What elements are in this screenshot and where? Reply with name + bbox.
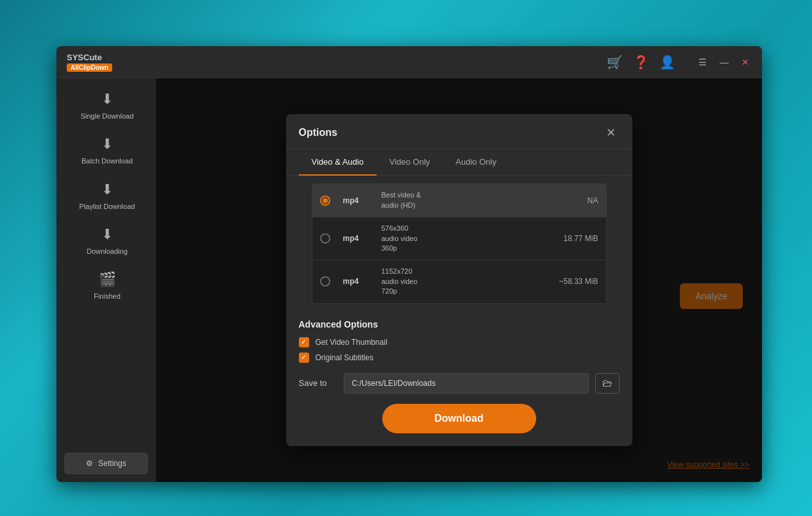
radio-button-1[interactable]: [320, 233, 330, 244]
format-table: mp4 Best video & audio (HD) NA mp4: [312, 183, 607, 303]
format-row[interactable]: mp4 576x360 audio video 360p 18.77 MiB: [312, 217, 606, 260]
checkmark-icon: ✓: [301, 338, 307, 346]
settings-label: Settings: [98, 459, 126, 468]
playlist-download-icon: ⬇: [101, 181, 113, 198]
format-size-0: NA: [521, 196, 598, 205]
sidebar-item-downloading[interactable]: ⬇ Downloading: [56, 219, 156, 263]
close-button[interactable]: ✕: [739, 54, 752, 70]
sidebar-bottom: ⚙ Settings: [56, 445, 156, 482]
tab-video-only[interactable]: Video Only: [376, 149, 443, 176]
format-type-1: mp4: [343, 234, 382, 243]
radio-inner: [323, 198, 328, 203]
checkbox-thumbnail: ✓ Get Video Thumbnail: [299, 337, 620, 347]
format-desc-2: 1152x720 audio video 720p: [382, 267, 521, 296]
sidebar-item-finished[interactable]: 🎬 Finished: [56, 263, 156, 308]
radio-button-0[interactable]: [320, 196, 330, 206]
checkbox-thumbnail-label: Get Video Thumbnail: [316, 338, 387, 347]
menu-button[interactable]: ☰: [696, 54, 709, 70]
format-desc-0: Best video & audio (HD): [382, 190, 521, 210]
format-table-wrapper: mp4 Best video & audio (HD) NA mp4: [286, 176, 632, 308]
sidebar-item-label: Finished: [94, 292, 121, 301]
window-controls: ☰ — ✕: [696, 54, 752, 70]
minimize-button[interactable]: —: [717, 54, 731, 70]
app-badge: AllClipDown: [67, 63, 112, 72]
format-type-0: mp4: [343, 196, 382, 205]
checkbox-subtitles-box[interactable]: ✓: [299, 353, 309, 363]
format-row[interactable]: mp4 Best video & audio (HD) NA: [312, 184, 606, 217]
sidebar-item-label: Downloading: [87, 247, 128, 256]
sidebar-item-single-download[interactable]: ⬇ Single Download: [56, 83, 156, 128]
sidebar-item-playlist-download[interactable]: ⬇ Playlist Download: [56, 174, 156, 219]
checkbox-thumbnail-box[interactable]: ✓: [299, 337, 309, 347]
advanced-options-section: Advanced Options ✓ Get Video Thumbnail ✓: [286, 309, 632, 373]
tab-audio-only[interactable]: Audio Only: [443, 149, 509, 176]
settings-icon: ⚙: [86, 459, 93, 468]
format-row[interactable]: mp4 1152x720 audio video 720p ~58.33 MiB: [312, 260, 606, 303]
single-download-icon: ⬇: [101, 91, 113, 108]
checkmark-icon: ✓: [301, 353, 307, 362]
modal-overlay: Options ✕ Video & Audio Video Only Audio…: [156, 78, 762, 482]
download-row: Download: [286, 404, 632, 446]
help-icon[interactable]: ❓: [633, 54, 649, 70]
sidebar-item-label: Single Download: [81, 112, 134, 121]
app-window: SYSCute AllClipDown 🛒 ❓ 👤 ☰ — ✕ ⬇ Single…: [56, 46, 762, 482]
sidebar-item-label: Batch Download: [81, 156, 133, 165]
format-type-2: mp4: [343, 277, 382, 286]
batch-download-icon: ⬇: [101, 136, 113, 153]
format-tabs: Video & Audio Video Only Audio Only: [286, 149, 632, 176]
title-icons: 🛒 ❓ 👤 ☰ — ✕: [607, 54, 752, 70]
sidebar-item-batch-download[interactable]: ⬇ Batch Download: [56, 128, 156, 173]
format-size-1: 18.77 MiB: [521, 234, 598, 243]
content-area: Analyze View supported sites >> Options …: [156, 78, 762, 482]
app-name: SYSCute: [67, 53, 102, 62]
settings-button[interactable]: ⚙ Settings: [64, 453, 148, 474]
advanced-options-title: Advanced Options: [299, 319, 620, 329]
checkbox-subtitles: ✓ Original Subtitles: [299, 353, 620, 363]
downloading-icon: ⬇: [101, 226, 113, 243]
radio-button-2[interactable]: [320, 276, 330, 287]
sidebar-item-label: Playlist Download: [80, 202, 135, 211]
main-layout: ⬇ Single Download ⬇ Batch Download ⬇ Pla…: [56, 78, 762, 482]
format-desc-1: 576x360 audio video 360p: [382, 224, 521, 253]
modal-title: Options: [299, 127, 337, 138]
modal-close-button[interactable]: ✕: [602, 124, 620, 141]
sidebar: ⬇ Single Download ⬇ Batch Download ⬇ Pla…: [56, 78, 156, 482]
finished-icon: 🎬: [99, 271, 116, 288]
modal-header: Options ✕: [286, 114, 632, 149]
save-to-label: Save to: [299, 378, 337, 388]
save-to-input[interactable]: [344, 373, 589, 394]
download-button[interactable]: Download: [382, 404, 536, 433]
user-icon[interactable]: 👤: [659, 54, 675, 70]
title-bar: SYSCute AllClipDown 🛒 ❓ 👤 ☰ — ✕: [56, 46, 762, 78]
tab-video-audio[interactable]: Video & Audio: [299, 149, 376, 176]
folder-browse-button[interactable]: 🗁: [595, 373, 620, 394]
checkbox-subtitles-label: Original Subtitles: [316, 353, 374, 362]
save-to-row: Save to 🗁: [286, 373, 632, 404]
options-modal: Options ✕ Video & Audio Video Only Audio…: [286, 114, 632, 445]
cart-icon[interactable]: 🛒: [607, 54, 623, 70]
format-size-2: ~58.33 MiB: [521, 277, 598, 286]
title-left: SYSCute AllClipDown: [67, 53, 112, 72]
